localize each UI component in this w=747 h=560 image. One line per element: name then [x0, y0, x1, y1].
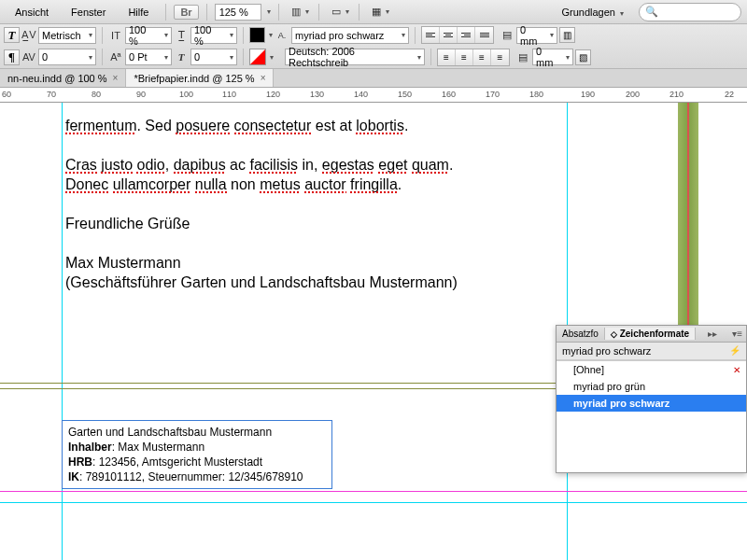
align-left-icon [426, 32, 435, 38]
horizontal-ruler[interactable]: 60 70 80 90 100 110 120 130 140 150 160 … [0, 88, 747, 103]
stroke-none[interactable] [249, 49, 266, 65]
page-edge [0, 502, 747, 503]
quick-apply-icon[interactable]: ⚡ [729, 345, 740, 357]
hscale-icon: T̲ [174, 28, 189, 43]
para-format-toggle[interactable]: ¶ [4, 49, 20, 65]
style-black[interactable]: myriad pro schwarz [557, 395, 746, 412]
tracking-field[interactable]: 0 [38, 49, 96, 65]
kerning-icon: A̲V [21, 28, 36, 43]
menu-view[interactable]: Ansicht [6, 4, 58, 21]
justify-full[interactable]: ≡ [491, 49, 509, 65]
style-none[interactable]: [Ohne]✕ [557, 361, 746, 378]
skew-icon: T [174, 49, 189, 64]
chevron-down-icon[interactable]: ▾ [267, 7, 271, 16]
menu-window[interactable]: Fenster [62, 4, 115, 21]
text-frame-body[interactable]: fermentum. Sed posuere consectetur est a… [65, 116, 458, 292]
current-style: myriad pro schwarz ⚡ [557, 343, 746, 360]
vscale-icon: IT [108, 28, 123, 43]
vscale-field[interactable]: 100 % [125, 27, 172, 44]
delete-icon[interactable]: ✕ [733, 365, 740, 375]
margin-guide-bottom [0, 491, 747, 492]
text-frame-footer[interactable]: Garten und Landschaftsbau Mustermann Inh… [62, 420, 332, 489]
inset-bottom[interactable]: 0 mm [532, 49, 573, 65]
search-icon: 🔍 [645, 6, 658, 18]
separator [359, 4, 359, 21]
language-field[interactable]: Deutsch: 2006 Rechtschreib [285, 49, 425, 65]
panel-header[interactable]: Absatzfo ◇ Zeichenformate ▸▸ ▾≡ [557, 326, 746, 343]
char-style-field[interactable]: myriad pro schwarz [291, 27, 409, 44]
char-style-icon: A. [275, 28, 289, 43]
workspace-switcher[interactable]: Grundlagen ▾ [554, 5, 631, 20]
type-icon: T [8, 28, 16, 43]
align-center[interactable] [440, 27, 458, 43]
balance-icon: ▧ [579, 52, 587, 63]
separator [278, 4, 279, 21]
separator [165, 4, 166, 21]
arrange-button[interactable]: ▦▾ [367, 3, 391, 21]
justify-left[interactable]: ≡ [438, 49, 456, 65]
justify-right[interactable]: ≡ [473, 49, 491, 65]
separator [318, 4, 319, 21]
tracking-icon: AV [21, 49, 36, 64]
panel-menu[interactable]: ▾≡ [728, 329, 746, 339]
align-justify[interactable] [475, 27, 493, 43]
para-icon: ¶ [8, 49, 15, 64]
zoom-input[interactable] [215, 4, 261, 21]
align-justify-icon [480, 32, 489, 38]
fill-color[interactable] [249, 27, 265, 43]
inset-bottom-icon: ▤ [515, 49, 530, 64]
inset-top-icon: ▤ [500, 28, 514, 43]
control-bar: T A̲VMetrisch IT100 % T̲100 % ▾ A.myriad… [0, 24, 747, 69]
columns-btn[interactable]: ▥ [559, 27, 575, 43]
eye-icon: ▥ [289, 5, 303, 20]
close-icon[interactable]: × [261, 73, 266, 83]
search-field[interactable]: 🔍 [639, 3, 741, 21]
hscale-field[interactable]: 100 % [190, 27, 237, 44]
tab-briefpapier[interactable]: *Briefpapier.indd @ 125 %× [126, 69, 274, 87]
workspace-area: Grundlagen ▾ 🔍 [554, 3, 741, 21]
tab-nn-neu[interactable]: nn-neu.indd @ 100 %× [0, 69, 126, 87]
inset-top[interactable]: 0 mm [516, 27, 557, 44]
kerning-metric[interactable]: Metrisch [38, 27, 96, 44]
columns-icon: ▥ [563, 30, 571, 40]
align-right[interactable] [458, 27, 475, 43]
baseline-icon: Aª [108, 49, 123, 64]
close-icon[interactable]: × [113, 73, 119, 83]
document-tabs: nn-neu.indd @ 100 %× *Briefpapier.indd @… [0, 69, 747, 88]
justify-group: ≡ ≡ ≡ ≡ [437, 49, 510, 66]
panel-tab-paragraph[interactable]: Absatzfo [557, 328, 605, 340]
panel-tab-character[interactable]: ◇ Zeichenformate [605, 328, 696, 340]
menu-help[interactable]: Hilfe [119, 4, 158, 21]
separator [206, 4, 207, 21]
style-list: [Ohne]✕ myriad pro grün myriad pro schwa… [557, 360, 746, 472]
justify-center[interactable]: ≡ [456, 49, 473, 65]
character-styles-panel[interactable]: Absatzfo ◇ Zeichenformate ▸▸ ▾≡ myriad p… [556, 325, 747, 473]
link-icon: ◇ [611, 329, 617, 339]
baseline-field[interactable]: 0 Pt [125, 49, 172, 65]
zoom-control[interactable]: ▾ [215, 4, 271, 21]
menu-bar: Ansicht Fenster Hilfe Br ▾ ▥▾ ▭▾ ▦▾ Grun… [0, 0, 747, 24]
align-right-icon [461, 32, 471, 38]
style-green[interactable]: myriad pro grün [557, 378, 746, 395]
balance-btn[interactable]: ▧ [575, 49, 591, 65]
screen-mode-button[interactable]: ▭▾ [327, 3, 351, 21]
skew-field[interactable]: 0 [190, 49, 237, 65]
panel-collapse[interactable]: ▸▸ [704, 329, 721, 339]
char-format-toggle[interactable]: T [4, 27, 20, 43]
align-group [421, 26, 494, 44]
align-center-icon [444, 32, 453, 38]
bridge-button[interactable]: Br [174, 5, 198, 20]
view-options-button[interactable]: ▥▾ [287, 3, 311, 21]
align-left[interactable] [422, 27, 440, 43]
screen-icon: ▭ [329, 5, 344, 20]
arrange-icon: ▦ [369, 5, 384, 20]
